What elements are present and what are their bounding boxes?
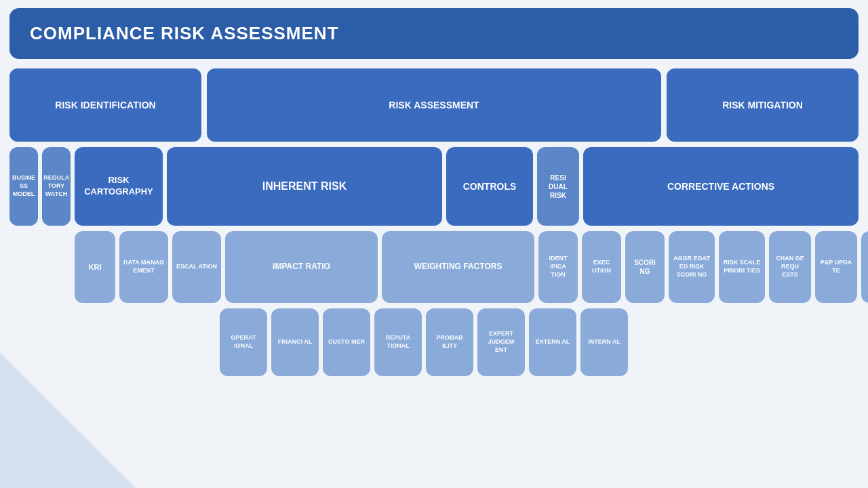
probability-box: PROBAB ILITY xyxy=(426,308,473,376)
main-container: COMPLIANCE RISK ASSESSMENT RISK IDENTIFI… xyxy=(0,0,868,488)
header-title: COMPLIANCE RISK ASSESSMENT xyxy=(30,23,339,43)
change-requests-box: CHAN GE REQU ESTS xyxy=(769,231,811,303)
l3-spacer1 xyxy=(9,231,71,303)
bg-decoration xyxy=(0,352,136,488)
aggregated-risk-box: AGGR EGAT ED RISK SCORI NG xyxy=(669,231,715,303)
controls-update-box: CONT ROLS UPDA TE xyxy=(861,231,868,303)
svg-marker-0 xyxy=(0,352,136,488)
impact-ratio-box: IMPACT RATIO xyxy=(225,231,378,303)
risk-identification-box: RISK IDENTIFICATION xyxy=(9,68,201,142)
data-management-box: DATA MANAG EMENT xyxy=(119,231,168,303)
business-model-box: BUSINE SS MODEL xyxy=(9,147,38,226)
operational-box: OPERAT IONAL xyxy=(220,308,267,376)
financial-box: FINANCI AL xyxy=(271,308,319,376)
level3-row: KRI DATA MANAG EMENT ESCAL ATION IMPACT … xyxy=(9,231,859,303)
risk-assessment-box: RISK ASSESSMENT xyxy=(207,68,661,142)
scoring-box: SCORI NG xyxy=(625,231,665,303)
header-box: COMPLIANCE RISK ASSESSMENT xyxy=(9,8,859,59)
inherent-risk-box: INHERENT RISK xyxy=(167,147,442,226)
identification-box: IDENT IFICA TION xyxy=(538,231,578,303)
controls-box: CONTROLS xyxy=(446,147,533,226)
risk-scale-box: RISK SCALE PRIORI TIES xyxy=(719,231,765,303)
regulatory-watch-box: REGULA TORY WATCH xyxy=(42,147,71,226)
weighting-factors-box: WEIGHTING FACTORS xyxy=(382,231,534,303)
corrective-actions-box: CORRECTIVE ACTIONS xyxy=(583,147,859,226)
escalation-box: ESCAL ATION xyxy=(172,231,221,303)
level4-row: OPERAT IONAL FINANCI AL CUSTO MER REPUTA… xyxy=(9,308,859,376)
execution-box: EXEC UTION xyxy=(582,231,621,303)
internal-box: INTERN AL xyxy=(580,308,628,376)
kri-box: KRI xyxy=(75,231,115,303)
reputational-box: REPUTA TIONAL xyxy=(374,308,422,376)
risk-mitigation-box: RISK MITIGATION xyxy=(667,68,859,142)
customer-box: CUSTO MER xyxy=(323,308,370,376)
residual-risk-box: RESI DUAL RISK xyxy=(537,147,579,226)
level2-row: BUSINE SS MODEL REGULA TORY WATCH RISK C… xyxy=(9,147,859,226)
external-box: EXTERN AL xyxy=(529,308,576,376)
pp-update-box: P&P UPDA TE xyxy=(815,231,857,303)
risk-cartography-box: RISK CARTOGRAPHY xyxy=(75,147,163,226)
level1-row: RISK IDENTIFICATION RISK ASSESSMENT RISK… xyxy=(9,68,859,142)
expert-judgement-box: EXPERT JUDGEM ENT xyxy=(477,308,525,376)
